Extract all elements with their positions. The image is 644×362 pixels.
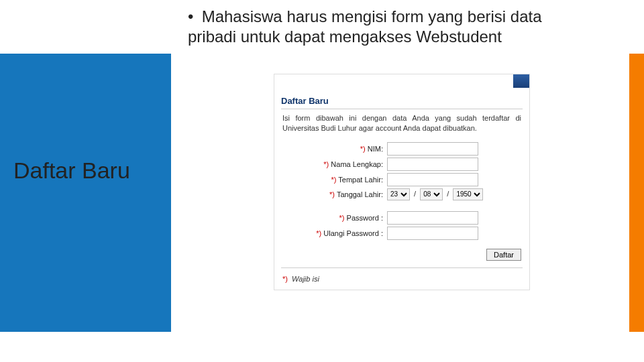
password-input[interactable] [387, 211, 478, 225]
row-tanggal: *) Tanggal Lahir: 23 / 08 / 1950 [282, 188, 521, 200]
bullet-text: • Mahasiswa harus mengisi form yang beri… [188, 7, 564, 47]
row-nim: *) NIM: [282, 142, 521, 156]
row-password: *) Password : [282, 211, 521, 225]
required-mark: *) [323, 160, 329, 168]
nama-input[interactable] [387, 158, 478, 171]
bullet-dot: • [188, 7, 197, 27]
side-title: Daftar Baru [13, 158, 130, 184]
required-mark: *) [329, 190, 335, 198]
form-header [274, 74, 529, 92]
required-mark: *) [331, 176, 337, 184]
row-tempat: *) Tempat Lahir: [282, 173, 521, 186]
registration-form-screenshot: Daftar Baru Isi form dibawah ini dengan … [274, 74, 530, 290]
nim-input[interactable] [387, 142, 478, 156]
submit-button[interactable]: Daftar [486, 249, 521, 261]
label-password: Password : [347, 214, 383, 222]
header-corner-accent [513, 74, 529, 88]
divider [281, 109, 523, 109]
form-title: Daftar Baru [274, 92, 529, 107]
footnote: *) Wajib isi [274, 272, 529, 290]
label-nim: NIM: [368, 145, 383, 153]
form-fields: *) NIM: *) Nama Lengkap: *) Tempat Lahir… [274, 139, 529, 247]
tempat-input[interactable] [387, 173, 478, 186]
required-mark: *) [316, 229, 321, 237]
label-password2: Ulangi Password : [323, 229, 383, 237]
required-mark: *) [282, 275, 288, 283]
bullet-content: Mahasiswa harus mengisi form yang berisi… [188, 7, 542, 46]
required-mark: *) [339, 214, 345, 222]
footnote-text: Wajib isi [292, 275, 319, 283]
button-row: Daftar [274, 247, 529, 266]
password-repeat-input[interactable] [387, 227, 478, 240]
year-select[interactable]: 1950 [453, 188, 483, 200]
day-select[interactable]: 23 [387, 188, 410, 200]
required-mark: *) [360, 145, 366, 153]
orange-accent-bar [629, 54, 644, 332]
form-intro-text: Isi form dibawah ini dengan data Anda ya… [274, 113, 529, 139]
label-nama: Nama Lengkap: [331, 160, 383, 168]
divider [281, 267, 523, 268]
label-tanggal: Tanggal Lahir: [337, 190, 383, 198]
blue-side-panel [0, 54, 171, 332]
month-select[interactable]: 08 [420, 188, 443, 200]
label-tempat: Tempat Lahir: [338, 176, 383, 184]
date-separator: / [445, 190, 451, 198]
date-separator: / [412, 190, 418, 198]
row-password2: *) Ulangi Password : [282, 227, 521, 240]
row-nama: *) Nama Lengkap: [282, 158, 521, 171]
